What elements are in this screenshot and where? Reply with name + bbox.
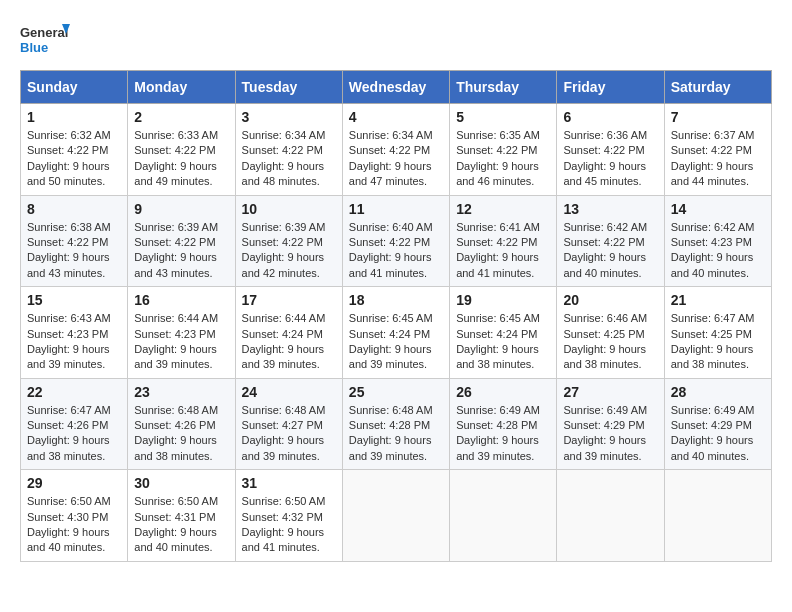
calendar-cell: 29Sunrise: 6:50 AM Sunset: 4:30 PM Dayli… [21, 470, 128, 562]
calendar-table: SundayMondayTuesdayWednesdayThursdayFrid… [20, 70, 772, 562]
calendar-cell: 24Sunrise: 6:48 AM Sunset: 4:27 PM Dayli… [235, 378, 342, 470]
day-number: 18 [349, 292, 443, 308]
calendar-cell: 1Sunrise: 6:32 AM Sunset: 4:22 PM Daylig… [21, 104, 128, 196]
day-info: Sunrise: 6:49 AM Sunset: 4:28 PM Dayligh… [456, 403, 550, 465]
calendar-cell [664, 470, 771, 562]
day-number: 5 [456, 109, 550, 125]
day-number: 16 [134, 292, 228, 308]
day-number: 19 [456, 292, 550, 308]
day-number: 25 [349, 384, 443, 400]
calendar-cell: 26Sunrise: 6:49 AM Sunset: 4:28 PM Dayli… [450, 378, 557, 470]
day-number: 3 [242, 109, 336, 125]
day-number: 17 [242, 292, 336, 308]
logo: General Blue [20, 20, 70, 60]
day-number: 31 [242, 475, 336, 491]
calendar-cell: 10Sunrise: 6:39 AM Sunset: 4:22 PM Dayli… [235, 195, 342, 287]
calendar-cell: 12Sunrise: 6:41 AM Sunset: 4:22 PM Dayli… [450, 195, 557, 287]
calendar-cell: 5Sunrise: 6:35 AM Sunset: 4:22 PM Daylig… [450, 104, 557, 196]
day-number: 22 [27, 384, 121, 400]
day-number: 2 [134, 109, 228, 125]
day-info: Sunrise: 6:42 AM Sunset: 4:23 PM Dayligh… [671, 220, 765, 282]
day-info: Sunrise: 6:47 AM Sunset: 4:25 PM Dayligh… [671, 311, 765, 373]
calendar-cell [450, 470, 557, 562]
calendar-cell [557, 470, 664, 562]
calendar-cell: 13Sunrise: 6:42 AM Sunset: 4:22 PM Dayli… [557, 195, 664, 287]
week-row-1: 1Sunrise: 6:32 AM Sunset: 4:22 PM Daylig… [21, 104, 772, 196]
day-info: Sunrise: 6:47 AM Sunset: 4:26 PM Dayligh… [27, 403, 121, 465]
day-info: Sunrise: 6:35 AM Sunset: 4:22 PM Dayligh… [456, 128, 550, 190]
day-info: Sunrise: 6:40 AM Sunset: 4:22 PM Dayligh… [349, 220, 443, 282]
calendar-container: General Blue SundayMondayTuesdayWednesda… [20, 20, 772, 562]
day-info: Sunrise: 6:44 AM Sunset: 4:24 PM Dayligh… [242, 311, 336, 373]
day-number: 8 [27, 201, 121, 217]
day-header-friday: Friday [557, 71, 664, 104]
day-number: 13 [563, 201, 657, 217]
day-header-saturday: Saturday [664, 71, 771, 104]
calendar-cell: 9Sunrise: 6:39 AM Sunset: 4:22 PM Daylig… [128, 195, 235, 287]
day-header-thursday: Thursday [450, 71, 557, 104]
day-info: Sunrise: 6:33 AM Sunset: 4:22 PM Dayligh… [134, 128, 228, 190]
week-row-3: 15Sunrise: 6:43 AM Sunset: 4:23 PM Dayli… [21, 287, 772, 379]
day-info: Sunrise: 6:48 AM Sunset: 4:27 PM Dayligh… [242, 403, 336, 465]
calendar-cell: 30Sunrise: 6:50 AM Sunset: 4:31 PM Dayli… [128, 470, 235, 562]
day-info: Sunrise: 6:32 AM Sunset: 4:22 PM Dayligh… [27, 128, 121, 190]
day-info: Sunrise: 6:37 AM Sunset: 4:22 PM Dayligh… [671, 128, 765, 190]
day-header-monday: Monday [128, 71, 235, 104]
days-header-row: SundayMondayTuesdayWednesdayThursdayFrid… [21, 71, 772, 104]
day-number: 1 [27, 109, 121, 125]
day-header-tuesday: Tuesday [235, 71, 342, 104]
calendar-cell: 17Sunrise: 6:44 AM Sunset: 4:24 PM Dayli… [235, 287, 342, 379]
day-number: 15 [27, 292, 121, 308]
header: General Blue [20, 20, 772, 60]
day-info: Sunrise: 6:34 AM Sunset: 4:22 PM Dayligh… [349, 128, 443, 190]
day-number: 24 [242, 384, 336, 400]
calendar-cell: 8Sunrise: 6:38 AM Sunset: 4:22 PM Daylig… [21, 195, 128, 287]
day-info: Sunrise: 6:50 AM Sunset: 4:32 PM Dayligh… [242, 494, 336, 556]
day-number: 11 [349, 201, 443, 217]
calendar-cell: 28Sunrise: 6:49 AM Sunset: 4:29 PM Dayli… [664, 378, 771, 470]
week-row-4: 22Sunrise: 6:47 AM Sunset: 4:26 PM Dayli… [21, 378, 772, 470]
svg-text:Blue: Blue [20, 40, 48, 55]
day-info: Sunrise: 6:49 AM Sunset: 4:29 PM Dayligh… [563, 403, 657, 465]
day-info: Sunrise: 6:41 AM Sunset: 4:22 PM Dayligh… [456, 220, 550, 282]
day-info: Sunrise: 6:50 AM Sunset: 4:30 PM Dayligh… [27, 494, 121, 556]
calendar-cell: 2Sunrise: 6:33 AM Sunset: 4:22 PM Daylig… [128, 104, 235, 196]
day-info: Sunrise: 6:48 AM Sunset: 4:26 PM Dayligh… [134, 403, 228, 465]
day-number: 23 [134, 384, 228, 400]
calendar-cell: 19Sunrise: 6:45 AM Sunset: 4:24 PM Dayli… [450, 287, 557, 379]
logo-svg: General Blue [20, 20, 70, 60]
day-number: 4 [349, 109, 443, 125]
day-info: Sunrise: 6:34 AM Sunset: 4:22 PM Dayligh… [242, 128, 336, 190]
day-header-wednesday: Wednesday [342, 71, 449, 104]
svg-text:General: General [20, 25, 68, 40]
calendar-cell: 27Sunrise: 6:49 AM Sunset: 4:29 PM Dayli… [557, 378, 664, 470]
day-info: Sunrise: 6:36 AM Sunset: 4:22 PM Dayligh… [563, 128, 657, 190]
day-info: Sunrise: 6:42 AM Sunset: 4:22 PM Dayligh… [563, 220, 657, 282]
day-number: 30 [134, 475, 228, 491]
day-info: Sunrise: 6:44 AM Sunset: 4:23 PM Dayligh… [134, 311, 228, 373]
day-number: 10 [242, 201, 336, 217]
calendar-cell: 21Sunrise: 6:47 AM Sunset: 4:25 PM Dayli… [664, 287, 771, 379]
calendar-cell: 18Sunrise: 6:45 AM Sunset: 4:24 PM Dayli… [342, 287, 449, 379]
day-number: 28 [671, 384, 765, 400]
day-number: 26 [456, 384, 550, 400]
day-number: 6 [563, 109, 657, 125]
day-info: Sunrise: 6:39 AM Sunset: 4:22 PM Dayligh… [134, 220, 228, 282]
day-number: 27 [563, 384, 657, 400]
day-info: Sunrise: 6:39 AM Sunset: 4:22 PM Dayligh… [242, 220, 336, 282]
day-header-sunday: Sunday [21, 71, 128, 104]
day-number: 21 [671, 292, 765, 308]
day-number: 9 [134, 201, 228, 217]
calendar-cell: 3Sunrise: 6:34 AM Sunset: 4:22 PM Daylig… [235, 104, 342, 196]
day-info: Sunrise: 6:50 AM Sunset: 4:31 PM Dayligh… [134, 494, 228, 556]
day-number: 12 [456, 201, 550, 217]
calendar-cell: 20Sunrise: 6:46 AM Sunset: 4:25 PM Dayli… [557, 287, 664, 379]
calendar-cell: 6Sunrise: 6:36 AM Sunset: 4:22 PM Daylig… [557, 104, 664, 196]
day-info: Sunrise: 6:38 AM Sunset: 4:22 PM Dayligh… [27, 220, 121, 282]
day-info: Sunrise: 6:43 AM Sunset: 4:23 PM Dayligh… [27, 311, 121, 373]
day-info: Sunrise: 6:49 AM Sunset: 4:29 PM Dayligh… [671, 403, 765, 465]
day-number: 29 [27, 475, 121, 491]
calendar-cell: 4Sunrise: 6:34 AM Sunset: 4:22 PM Daylig… [342, 104, 449, 196]
calendar-cell: 23Sunrise: 6:48 AM Sunset: 4:26 PM Dayli… [128, 378, 235, 470]
day-info: Sunrise: 6:45 AM Sunset: 4:24 PM Dayligh… [349, 311, 443, 373]
